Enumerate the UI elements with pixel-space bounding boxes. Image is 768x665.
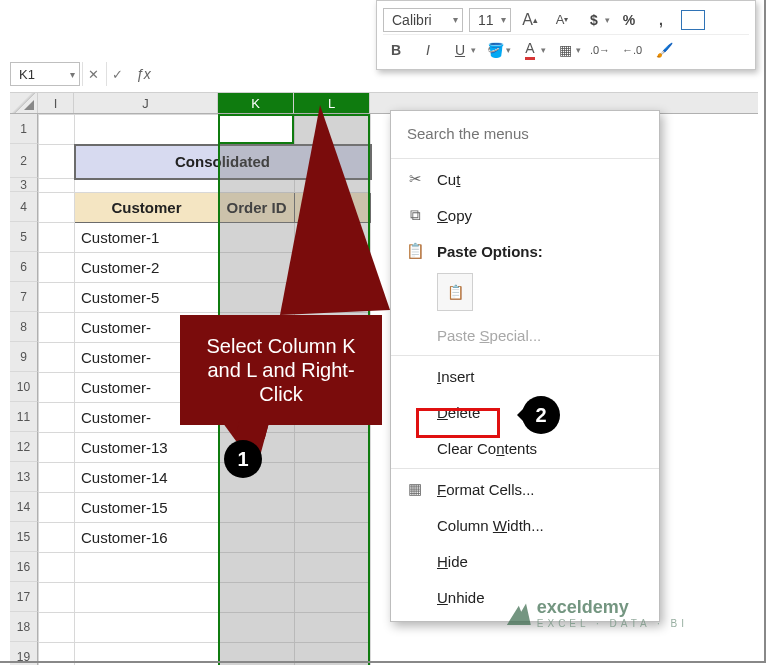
menu-format-cells[interactable]: ▦ Format Cells...: [391, 471, 659, 507]
step-marker-2: 2: [522, 396, 560, 434]
row-header[interactable]: 13: [10, 462, 38, 492]
chevron-down-icon: ▾: [541, 45, 546, 55]
row-header[interactable]: 11: [10, 402, 38, 432]
decrease-decimal-button[interactable]: ←.0: [619, 37, 645, 63]
x-icon: ✕: [88, 67, 99, 82]
row-header[interactable]: 5: [10, 222, 38, 252]
watermark-sub: EXCEL · DATA · BI: [537, 618, 688, 629]
cell-customer[interactable]: Customer-14: [75, 463, 219, 493]
menu-cut[interactable]: ✂ Cut: [391, 161, 659, 197]
row-header[interactable]: 18: [10, 612, 38, 642]
row-header[interactable]: 2: [10, 144, 38, 178]
callout-text: Select Column K and L and Right-Click: [190, 334, 372, 406]
header-order-id[interactable]: Order ID: [219, 193, 295, 223]
menu-insert[interactable]: Insert: [391, 358, 659, 394]
row-header[interactable]: 12: [10, 432, 38, 462]
watermark-icon: [507, 601, 531, 625]
row-header[interactable]: 7: [10, 282, 38, 312]
cancel-formula-button[interactable]: ✕: [82, 62, 104, 86]
font-color-button[interactable]: A: [517, 37, 543, 63]
font-name-value: Calibri: [392, 12, 432, 28]
decrease-font-icon[interactable]: A▾: [549, 7, 575, 33]
merged-title-cell[interactable]: Consolidated: [75, 145, 371, 179]
row-header[interactable]: 14: [10, 492, 38, 522]
column-header-I[interactable]: I: [38, 93, 74, 113]
menu-paste-options-header: 📋 Paste Options:: [391, 233, 659, 269]
name-box[interactable]: K1 ▾: [10, 62, 80, 86]
paint-bucket-icon: 🪣: [487, 42, 504, 58]
watermark: exceldemy EXCEL · DATA · BI: [507, 597, 688, 629]
font-size-value: 11: [478, 12, 494, 28]
cell-customer[interactable]: Customer-5: [75, 283, 219, 313]
row-header[interactable]: 9: [10, 342, 38, 372]
step-marker-1: 1: [224, 440, 262, 478]
row-headers: 1 2 3 4 5 6 7 8 9 10 11 12 13 14 15 16 1…: [10, 114, 38, 665]
chevron-down-icon: ▾: [471, 45, 476, 55]
column-header-K[interactable]: K: [218, 93, 294, 113]
enter-formula-button[interactable]: ✓: [106, 62, 128, 86]
cell-customer[interactable]: Customer-16: [75, 523, 219, 553]
row-header[interactable]: 8: [10, 312, 38, 342]
borders-icon: ▦: [559, 42, 572, 58]
cell-customer[interactable]: Customer-1: [75, 223, 219, 253]
menu-clear-contents[interactable]: Clear Contents: [391, 430, 659, 466]
menu-copy[interactable]: ⧉ Copy: [391, 197, 659, 233]
increase-decimal-button[interactable]: .0→: [587, 37, 613, 63]
increase-font-icon[interactable]: A▴: [517, 7, 543, 33]
row-header[interactable]: 10: [10, 372, 38, 402]
scissors-icon: ✂: [405, 170, 425, 188]
chevron-down-icon: ▾: [501, 14, 506, 25]
header-product[interactable]: Prod: [295, 193, 371, 223]
name-box-value: K1: [19, 67, 35, 82]
merge-cells-button[interactable]: [680, 7, 706, 33]
row-header[interactable]: 3: [10, 178, 38, 192]
cell-customer[interactable]: Customer-13: [75, 433, 219, 463]
clipboard-icon: 📋: [405, 242, 425, 260]
comma-style-button[interactable]: ,: [648, 7, 674, 33]
callout-text-box: Select Column K and L and Right-Click: [180, 315, 382, 425]
menu-paste-special: Paste Special...: [391, 317, 659, 353]
row-header[interactable]: 6: [10, 252, 38, 282]
italic-button[interactable]: I: [415, 37, 441, 63]
cell-customer[interactable]: Customer-15: [75, 493, 219, 523]
copy-icon: ⧉: [405, 206, 425, 224]
chevron-down-icon: ▾: [506, 45, 511, 55]
row-header[interactable]: 1: [10, 114, 38, 144]
chevron-down-icon: ▾: [453, 14, 458, 25]
paste-icon: 📋: [447, 284, 464, 300]
chevron-down-icon: ▾: [576, 45, 581, 55]
bold-button[interactable]: B: [383, 37, 409, 63]
select-all-button[interactable]: [10, 93, 38, 113]
merge-icon: [681, 10, 705, 30]
fill-color-button[interactable]: 🪣: [482, 37, 508, 63]
row-header[interactable]: 15: [10, 522, 38, 552]
menu-search-input[interactable]: [391, 111, 659, 156]
menu-column-width[interactable]: Column Width...: [391, 507, 659, 543]
font-size-select[interactable]: 11 ▾: [469, 8, 511, 32]
cell-customer[interactable]: Customer-2: [75, 253, 219, 283]
borders-button[interactable]: ▦: [552, 37, 578, 63]
format-painter-button[interactable]: 🖌️: [651, 37, 677, 63]
watermark-brand: exceldemy: [537, 597, 629, 617]
row-header[interactable]: 16: [10, 552, 38, 582]
fx-label[interactable]: ƒx: [130, 66, 157, 82]
header-customer[interactable]: Customer: [75, 193, 219, 223]
mini-toolbar: Calibri ▾ 11 ▾ A▴ A▾ $▾ % , B I U▾ 🪣▾ A▾…: [376, 0, 756, 70]
row-header[interactable]: 4: [10, 192, 38, 222]
font-color-icon: A: [525, 40, 534, 60]
context-menu: ✂ Cut ⧉ Copy 📋 Paste Options: 📋 Paste Sp…: [390, 110, 660, 622]
font-name-select[interactable]: Calibri ▾: [383, 8, 463, 32]
chevron-down-icon: ▾: [605, 15, 610, 25]
currency-button[interactable]: $: [581, 7, 607, 33]
column-header-L[interactable]: L: [294, 93, 370, 113]
percent-button[interactable]: %: [616, 7, 642, 33]
format-cells-icon: ▦: [405, 480, 425, 498]
row-header[interactable]: 17: [10, 582, 38, 612]
check-icon: ✓: [112, 67, 123, 82]
underline-button[interactable]: U: [447, 37, 473, 63]
chevron-down-icon: ▾: [70, 69, 75, 80]
paste-option-button[interactable]: 📋: [437, 273, 473, 311]
menu-hide[interactable]: Hide: [391, 543, 659, 579]
paintbrush-icon: 🖌️: [656, 42, 673, 58]
column-header-J[interactable]: J: [74, 93, 218, 113]
